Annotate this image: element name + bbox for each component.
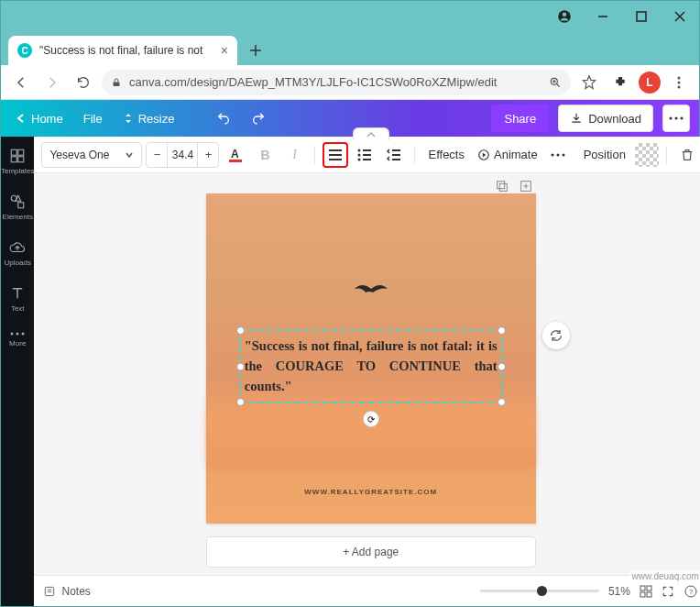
sidebar-more[interactable]: More xyxy=(1,327,34,351)
os-titlebar xyxy=(1,1,699,32)
effects-button[interactable]: Effects xyxy=(422,148,470,161)
delete-button[interactable] xyxy=(674,142,700,168)
svg-point-17 xyxy=(675,117,678,120)
font-size-increase[interactable]: + xyxy=(198,148,218,161)
svg-rect-20 xyxy=(18,149,24,155)
resize-handle[interactable] xyxy=(236,398,245,406)
zoom-value: 51% xyxy=(608,585,630,598)
svg-point-1 xyxy=(563,13,567,17)
text-color-button[interactable]: A xyxy=(223,142,248,168)
resize-handle[interactable] xyxy=(498,326,506,335)
sidebar-templates[interactable]: Templates xyxy=(1,144,34,179)
account-icon[interactable] xyxy=(552,5,576,28)
quote-text[interactable]: "Success is not final, failure is not fa… xyxy=(245,337,498,396)
resize-handle[interactable] xyxy=(498,398,506,406)
sidebar-elements[interactable]: Elements xyxy=(1,190,34,225)
svg-rect-22 xyxy=(18,157,24,162)
forward-button[interactable] xyxy=(39,70,65,95)
svg-point-15 xyxy=(678,85,681,88)
font-size-value[interactable]: 34.4 xyxy=(167,143,198,167)
font-family-select[interactable]: Yeseva One xyxy=(41,142,142,168)
browser-addressbar: canva.com/design/DAEwp_MTM3Y/LJLFo-IC1CS… xyxy=(1,65,699,100)
sidebar-uploads[interactable]: Uploads xyxy=(1,236,34,270)
slider-thumb[interactable] xyxy=(537,586,547,596)
undo-button[interactable] xyxy=(211,105,236,131)
svg-point-16 xyxy=(670,117,673,120)
toolbar-more-icon[interactable] xyxy=(545,142,571,168)
svg-point-13 xyxy=(678,76,681,79)
alignment-button[interactable] xyxy=(323,142,348,168)
add-page-button[interactable]: + Add page xyxy=(206,536,536,568)
svg-line-10 xyxy=(557,83,560,86)
back-to-home-button[interactable]: Home xyxy=(10,105,69,131)
rotate-handle-icon[interactable]: ⟳ xyxy=(363,411,379,427)
svg-rect-21 xyxy=(11,157,16,162)
back-button[interactable] xyxy=(8,70,34,95)
reload-button[interactable] xyxy=(71,70,96,95)
design-page[interactable]: "Success is not final, failure is not fa… xyxy=(206,193,536,524)
extensions-icon[interactable] xyxy=(607,70,633,95)
position-button[interactable]: Position xyxy=(578,148,631,161)
text-selection-box[interactable]: "Success is not final, failure is not fa… xyxy=(239,329,503,403)
download-button[interactable]: Download xyxy=(558,105,653,132)
expand-handle-icon[interactable] xyxy=(353,127,389,140)
bold-button[interactable]: B xyxy=(252,142,278,168)
new-tab-button[interactable] xyxy=(243,38,268,63)
font-size-stepper[interactable]: − 34.4 + xyxy=(146,142,219,168)
divider xyxy=(666,146,667,164)
bookmark-icon[interactable] xyxy=(576,70,602,95)
profile-avatar[interactable]: L xyxy=(639,72,661,94)
svg-rect-56 xyxy=(640,592,645,597)
website-text[interactable]: WWW.REALLYGREATSITE.COM xyxy=(206,488,536,496)
address-field[interactable]: canva.com/design/DAEwp_MTM3Y/LJLFo-IC1CS… xyxy=(102,70,571,95)
redo-button[interactable] xyxy=(246,105,271,131)
divider xyxy=(314,146,315,164)
svg-point-35 xyxy=(358,153,361,156)
notes-button[interactable]: Notes xyxy=(43,585,90,598)
svg-rect-47 xyxy=(498,182,505,189)
help-icon[interactable]: ? xyxy=(684,584,698,599)
sidebar-text[interactable]: Text xyxy=(1,281,34,316)
canva-header: Home File Resize Share Download xyxy=(1,100,699,137)
add-page-icon[interactable] xyxy=(519,179,533,193)
divider xyxy=(414,146,415,164)
svg-point-37 xyxy=(358,158,361,160)
svg-point-14 xyxy=(678,81,681,83)
resize-menu[interactable]: Resize xyxy=(117,105,180,131)
browser-tab[interactable]: C "Success is not final, failure is not … xyxy=(8,36,237,65)
fullscreen-icon[interactable] xyxy=(662,585,674,598)
zoom-slider[interactable] xyxy=(480,590,599,592)
svg-point-25 xyxy=(11,333,14,336)
list-button[interactable] xyxy=(352,142,377,168)
browser-tabstrip: C "Success is not final, failure is not … xyxy=(1,32,699,65)
more-menu-button[interactable] xyxy=(662,105,690,132)
file-menu[interactable]: File xyxy=(78,105,108,131)
resize-handle[interactable] xyxy=(498,362,506,370)
animate-button[interactable]: Animate xyxy=(474,142,541,168)
canvas-area[interactable]: "Success is not final, failure is not fa… xyxy=(34,173,700,575)
regenerate-button[interactable] xyxy=(542,322,570,349)
resize-handle[interactable] xyxy=(236,362,245,370)
page-tools xyxy=(495,179,533,193)
font-size-decrease[interactable]: − xyxy=(147,148,167,161)
svg-rect-51 xyxy=(46,587,54,595)
text-toolbar: Yeseva One − 34.4 + A B I Effects Animat… xyxy=(34,137,700,173)
svg-rect-19 xyxy=(11,149,16,155)
share-button[interactable]: Share xyxy=(491,105,549,132)
duplicate-page-icon[interactable] xyxy=(495,179,509,193)
grid-view-icon[interactable] xyxy=(640,585,652,598)
transparency-button[interactable] xyxy=(635,143,659,167)
zoom-in-omnibox-icon[interactable] xyxy=(549,76,562,89)
svg-rect-8 xyxy=(114,82,120,86)
spacing-button[interactable] xyxy=(381,142,407,168)
resize-handle[interactable] xyxy=(236,326,245,335)
italic-button[interactable]: I xyxy=(281,142,307,168)
browser-menu-icon[interactable] xyxy=(666,70,692,95)
svg-text:A: A xyxy=(231,148,239,160)
tab-title: "Success is not final, failure is not xyxy=(39,44,202,57)
minimize-icon[interactable] xyxy=(591,5,615,28)
svg-point-45 xyxy=(562,153,564,156)
maximize-icon[interactable] xyxy=(629,5,653,28)
close-tab-icon[interactable]: × xyxy=(221,43,228,58)
close-window-icon[interactable] xyxy=(668,5,692,28)
